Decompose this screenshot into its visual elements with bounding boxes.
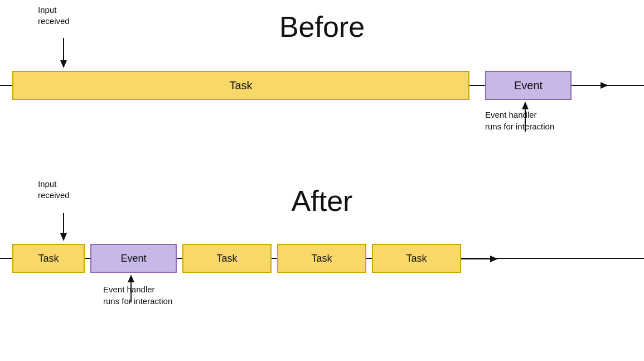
after-event-box: Event bbox=[90, 244, 177, 273]
after-task-box-1: Task bbox=[12, 244, 85, 273]
svg-marker-9 bbox=[490, 256, 498, 262]
after-task-box-4: Task bbox=[372, 244, 461, 273]
svg-marker-1 bbox=[60, 60, 67, 68]
before-task-box: Task bbox=[12, 71, 469, 100]
after-input-received-label: Input received bbox=[38, 179, 70, 200]
before-input-received-label: Input received bbox=[38, 4, 70, 26]
svg-marker-7 bbox=[60, 233, 67, 241]
before-event-box: Event bbox=[485, 71, 572, 100]
after-task-box-3: Task bbox=[277, 244, 366, 273]
after-task-box-2: Task bbox=[182, 244, 272, 273]
after-event-handler-label: Event handler runs for interaction bbox=[103, 283, 172, 307]
after-title: After bbox=[292, 184, 353, 218]
svg-marker-3 bbox=[601, 82, 608, 89]
before-title: Before bbox=[279, 10, 365, 44]
svg-marker-5 bbox=[522, 102, 529, 109]
before-event-handler-label: Event handler runs for interaction bbox=[485, 109, 554, 132]
before-input-arrow bbox=[56, 38, 71, 69]
after-right-arrow bbox=[461, 254, 500, 264]
svg-marker-11 bbox=[128, 275, 134, 282]
before-right-arrow bbox=[572, 80, 611, 90]
after-input-arrow bbox=[56, 213, 71, 242]
diagram-container: Before Input received Task Event Event h… bbox=[0, 0, 644, 361]
